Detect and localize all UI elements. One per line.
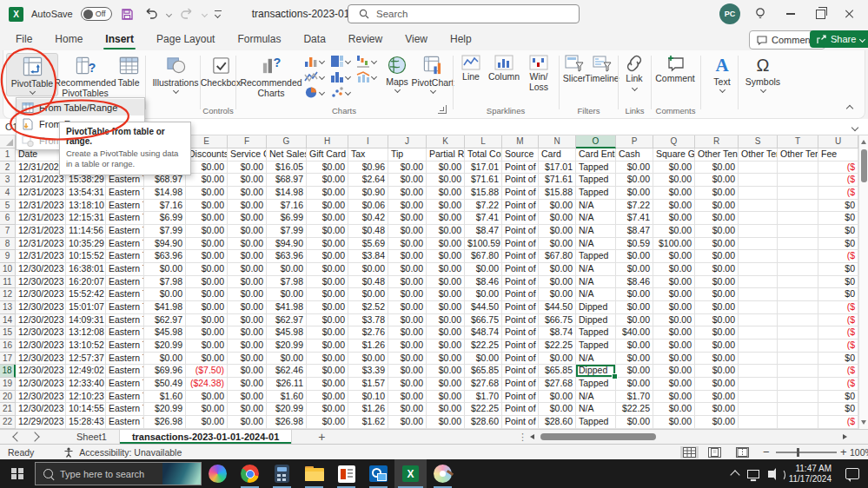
cell-E1[interactable]: Discounts [186,148,228,162]
cell-F17[interactable]: $0.00 [228,353,267,366]
column-header-O[interactable]: O [576,135,616,148]
cell-P20[interactable]: $1.70 [616,391,653,404]
cell-T18[interactable] [778,365,818,378]
sheet-nav-prev-icon[interactable] [12,432,22,441]
status-accessibility[interactable]: Accessibility: Unavailable [79,447,182,458]
cell-G10[interactable]: $0.00 [267,263,307,276]
cell-I6[interactable]: $0.42 [348,212,388,225]
row-header-13[interactable]: 13 [0,301,16,314]
cell-S11[interactable] [739,276,778,289]
symbols-dropdown-icon[interactable] [759,87,765,93]
cell-P10[interactable]: $0.00 [616,263,653,276]
cell-M13[interactable]: Point of Sa [502,301,539,314]
cell-N22[interactable]: $28.60 [539,416,576,429]
cell-K7[interactable]: $0.00 [427,225,465,238]
cell-L16[interactable]: $22.25 [465,340,502,353]
cell-A3[interactable]: 12/31/2023 [16,174,66,187]
table-button[interactable]: Table [111,53,146,89]
cell-J1[interactable]: Tip [388,148,427,162]
cell-S10[interactable] [739,263,778,276]
cell-C18[interactable]: Eastern Ti [106,365,144,378]
cell-E3[interactable]: $0.00 [186,174,228,187]
cell-O11[interactable]: N/A [576,276,616,289]
cell-F6[interactable]: $0.00 [228,212,267,225]
cell-E16[interactable]: $0.00 [186,340,228,353]
cell-F22[interactable]: $0.00 [228,416,267,429]
illustrations-dropdown-icon[interactable] [172,88,178,94]
cell-C17[interactable]: Eastern Ti [106,353,144,366]
cell-J3[interactable]: $0.00 [388,174,427,187]
column-header-P[interactable]: P [616,135,653,148]
cell-M3[interactable]: Point of Sa [502,174,539,187]
cell-M12[interactable]: Point of Sa [502,288,539,301]
cell-A14[interactable]: 12/30/2023 [16,314,66,327]
tab-review[interactable]: Review [347,30,384,49]
cell-K9[interactable]: $0.00 [427,250,465,263]
cell-N1[interactable]: Card [539,148,576,162]
cell-B18[interactable]: 12:49:02 [66,365,106,378]
cell-P12[interactable]: $0.00 [616,288,653,301]
zoom-slider-thumb[interactable] [797,448,799,457]
text-dropdown-icon[interactable] [719,87,725,93]
cell-M18[interactable]: Point of Sa [502,365,539,378]
cell-Q18[interactable]: $0.00 [653,365,695,378]
cell-N19[interactable]: $27.68 [539,378,576,391]
cell-C14[interactable]: Eastern Ti [106,314,144,327]
undo-button[interactable] [143,6,159,22]
cell-N15[interactable]: $8.74 [539,326,576,340]
cell-R17[interactable]: $0.00 [695,353,739,366]
cell-A11[interactable]: 12/30/2023 [16,276,66,289]
cell-K15[interactable]: $0.00 [427,326,465,340]
cell-H10[interactable]: $0.00 [307,263,348,276]
cell-M16[interactable]: Point of Sa [502,340,539,353]
cell-K20[interactable]: $0.00 [427,391,465,404]
cell-U4[interactable]: ($ [818,187,858,200]
cell-G17[interactable]: $0.00 [267,353,307,366]
cell-L17[interactable]: $0.00 [465,353,502,366]
cell-D18[interactable]: $69.96 [144,365,186,378]
insert-waterfall-chart-button[interactable] [356,55,376,68]
cell-F13[interactable]: $0.00 [228,301,267,314]
cell-L11[interactable]: $8.46 [465,276,502,289]
comment-button[interactable]: Comment [653,55,697,84]
cell-A4[interactable]: 12/31/2023 [16,187,66,200]
cell-S5[interactable] [739,200,778,213]
taskbar-search-box[interactable]: Type here to search [35,462,202,485]
cell-N3[interactable]: $71.61 [539,174,576,187]
taskbar-app-paint[interactable] [427,459,459,488]
cell-N2[interactable]: $17.01 [539,162,576,175]
view-page-layout-button[interactable] [708,447,721,458]
cell-O7[interactable]: N/A [576,225,616,238]
cell-S22[interactable] [739,416,778,429]
cell-U15[interactable]: ($ [818,326,858,340]
zoom-in-button[interactable]: + [840,445,847,458]
tray-show-hidden-icon[interactable] [730,470,739,479]
cell-Q10[interactable]: $0.00 [653,263,695,276]
cell-P15[interactable]: $40.00 [616,326,653,340]
cell-S21[interactable] [739,403,778,416]
cell-G8[interactable]: $94.90 [267,238,307,251]
cell-L22[interactable]: $28.60 [465,416,502,429]
cell-J6[interactable]: $0.00 [388,212,427,225]
cell-Q6[interactable]: $0.00 [653,212,695,225]
row-header-2[interactable]: 2 [0,162,16,175]
horizontal-scroll-thumb[interactable] [540,433,656,440]
cell-B13[interactable]: 15:01:07 [66,301,106,314]
cell-D5[interactable]: $7.16 [144,200,186,213]
cell-O15[interactable]: Tapped [576,326,616,340]
cell-F16[interactable]: $0.00 [228,340,267,353]
cell-I3[interactable]: $2.64 [348,174,388,187]
cell-H21[interactable]: $0.00 [307,403,348,416]
cell-T7[interactable] [778,225,818,238]
cell-E22[interactable]: $0.00 [186,416,228,429]
cell-N10[interactable]: $0.00 [539,263,576,276]
cell-C19[interactable]: Eastern Ti [106,378,144,391]
cell-H3[interactable]: $0.00 [307,174,348,187]
scroll-up-icon[interactable] [861,140,866,144]
cell-I12[interactable]: $0.00 [348,288,388,301]
column-header-I[interactable]: I [348,135,388,148]
cell-A6[interactable]: 12/31/2023 [16,212,66,225]
cell-F3[interactable]: $0.00 [228,174,267,187]
cell-R9[interactable]: $0.00 [695,250,739,263]
taskbar-app-chrome[interactable] [234,459,266,488]
